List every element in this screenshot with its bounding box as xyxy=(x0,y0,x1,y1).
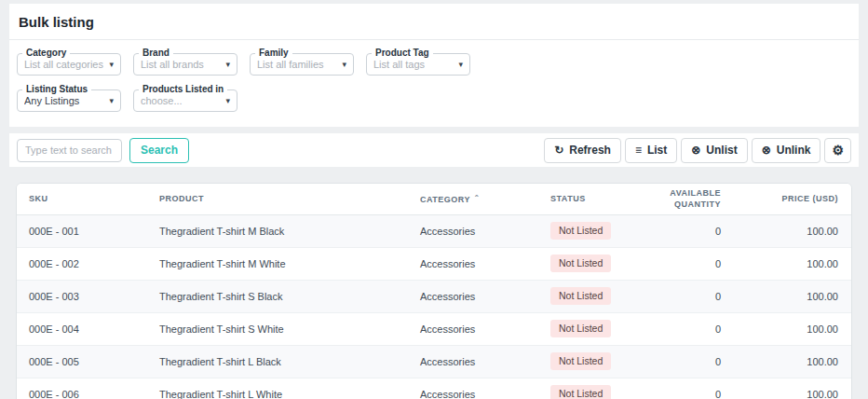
listing-status-filter-label: Listing Status xyxy=(22,84,91,95)
search-button[interactable]: Search xyxy=(129,138,189,163)
category-cell: Accessories xyxy=(408,312,538,345)
listing-status-filter-select[interactable]: Listing Status Any Listings ▾ xyxy=(17,89,121,112)
sku-cell: 000E - 005 xyxy=(17,345,147,378)
products-listed-in-filter-value: choose... xyxy=(141,95,222,106)
status-cell: Not Listed xyxy=(538,312,641,345)
status-cell: Not Listed xyxy=(538,378,641,399)
filters-section: Category List all categories ▾ Brand Lis… xyxy=(9,40,859,127)
list-button-label: List xyxy=(647,144,667,157)
table-row[interactable]: 000E - 005 Thegradient T-shirt L Black A… xyxy=(17,345,851,378)
product-cell: Thegradient T-shirt S Black xyxy=(147,280,408,312)
status-cell: Not Listed xyxy=(538,280,641,312)
status-cell: Not Listed xyxy=(538,214,641,247)
quantity-cell: 0 xyxy=(641,214,734,247)
listing-table: SKU PRODUCT CATEGORYˆ STATUS AVAILABLE Q… xyxy=(17,184,851,399)
page-title: Bulk listing xyxy=(19,14,849,30)
status-cell: Not Listed xyxy=(538,247,641,280)
table-row[interactable]: 000E - 001 Thegradient T-shirt M Black A… xyxy=(17,214,851,247)
family-filter-select[interactable]: Family List all families ▾ xyxy=(250,53,354,76)
filter-row-2: Listing Status Any Listings ▾ Products L… xyxy=(17,89,851,112)
status-badge: Not Listed xyxy=(550,287,611,305)
products-listed-in-filter-select[interactable]: Products Listed in choose... ▾ xyxy=(133,89,237,112)
quantity-cell: 0 xyxy=(641,345,734,378)
refresh-button-label: Refresh xyxy=(569,144,611,157)
quantity-cell: 0 xyxy=(641,378,734,399)
status-badge: Not Listed xyxy=(550,385,611,399)
chevron-down-icon: ▾ xyxy=(225,97,230,105)
column-header-product[interactable]: PRODUCT xyxy=(147,184,408,214)
product-cell: Thegradient T-shirt L Black xyxy=(147,345,408,378)
price-cell: 100.00 xyxy=(734,280,851,312)
chevron-down-icon: ▾ xyxy=(225,61,230,69)
price-cell: 100.00 xyxy=(734,378,851,399)
sku-cell: 000E - 002 xyxy=(17,247,147,280)
quantity-cell: 0 xyxy=(641,312,734,345)
table-row[interactable]: 000E - 004 Thegradient T-shirt S White A… xyxy=(17,312,851,345)
table-row[interactable]: 000E - 002 Thegradient T-shirt M White A… xyxy=(17,247,851,280)
status-badge: Not Listed xyxy=(550,352,611,370)
page-header: Bulk listing xyxy=(9,4,859,40)
column-header-status[interactable]: STATUS xyxy=(538,184,641,214)
status-cell: Not Listed xyxy=(538,345,641,378)
chevron-down-icon: ▾ xyxy=(109,97,114,105)
brand-filter-value: List all brands xyxy=(141,59,222,70)
chevron-down-icon: ▾ xyxy=(109,61,114,69)
category-filter-label: Category xyxy=(22,48,70,59)
circle-x-icon: ⊗ xyxy=(762,144,771,156)
product-tag-filter-value: List all tags xyxy=(373,59,454,70)
listing-table-card: SKU PRODUCT CATEGORYˆ STATUS AVAILABLE Q… xyxy=(16,183,852,399)
family-filter-label: Family xyxy=(255,48,292,59)
sku-cell: 000E - 004 xyxy=(17,312,147,345)
list-icon: ≡ xyxy=(635,144,642,156)
sku-cell: 000E - 001 xyxy=(17,214,147,247)
table-row[interactable]: 000E - 003 Thegradient T-shirt S Black A… xyxy=(17,280,851,312)
category-cell: Accessories xyxy=(408,280,538,312)
chevron-down-icon: ▾ xyxy=(342,61,346,69)
settings-button[interactable]: ⚙ xyxy=(824,138,851,163)
unlist-button[interactable]: ⊗ Unlist xyxy=(681,138,747,163)
filter-row-1: Category List all categories ▾ Brand Lis… xyxy=(17,53,851,76)
search-input[interactable] xyxy=(17,139,122,162)
product-cell: Thegradient T-shirt S White xyxy=(147,312,408,345)
chevron-down-icon: ▾ xyxy=(458,61,463,69)
action-buttons: ↻ Refresh ≡ List ⊗ Unlist ⊗ Unlink ⚙ xyxy=(544,138,851,163)
product-tag-filter-label: Product Tag xyxy=(372,48,433,59)
gear-icon: ⚙ xyxy=(832,144,844,157)
status-badge: Not Listed xyxy=(550,255,611,272)
price-cell: 100.00 xyxy=(734,247,851,280)
category-cell: Accessories xyxy=(408,214,538,247)
unlink-button-label: Unlink xyxy=(777,144,811,157)
refresh-icon: ↻ xyxy=(554,144,563,156)
brand-filter-select[interactable]: Brand List all brands ▾ xyxy=(133,53,237,76)
status-badge: Not Listed xyxy=(550,222,611,240)
category-filter-value: List all categories xyxy=(24,59,105,70)
column-header-category[interactable]: CATEGORYˆ xyxy=(408,184,538,214)
category-cell: Accessories xyxy=(408,247,538,280)
products-listed-in-filter-label: Products Listed in xyxy=(139,84,227,95)
sku-cell: 000E - 006 xyxy=(17,378,147,399)
status-badge: Not Listed xyxy=(550,320,611,337)
category-cell: Accessories xyxy=(408,378,538,399)
unlink-button[interactable]: ⊗ Unlink xyxy=(752,138,821,163)
circle-x-icon: ⊗ xyxy=(691,144,700,156)
category-filter-select[interactable]: Category List all categories ▾ xyxy=(17,53,121,76)
column-header-price[interactable]: PRICE (USD) xyxy=(734,184,851,214)
price-cell: 100.00 xyxy=(734,345,851,378)
column-header-sku[interactable]: SKU xyxy=(17,184,147,214)
brand-filter-label: Brand xyxy=(139,48,173,59)
product-cell: Thegradient T-shirt M White xyxy=(147,247,408,280)
list-button[interactable]: ≡ List xyxy=(625,138,677,163)
table-row[interactable]: 000E - 006 Thegradient T-shirt L White A… xyxy=(17,378,851,399)
price-cell: 100.00 xyxy=(734,312,851,345)
main-panel: Bulk listing Category List all categorie… xyxy=(9,4,859,127)
sku-cell: 000E - 003 xyxy=(17,280,147,312)
table-header-row: SKU PRODUCT CATEGORYˆ STATUS AVAILABLE Q… xyxy=(17,184,851,214)
category-cell: Accessories xyxy=(408,345,538,378)
product-tag-filter-select[interactable]: Product Tag List all tags ▾ xyxy=(366,53,470,76)
refresh-button[interactable]: ↻ Refresh xyxy=(544,138,621,163)
column-header-available-quantity[interactable]: AVAILABLE QUANTITY xyxy=(641,184,734,214)
listing-status-filter-value: Any Listings xyxy=(24,95,105,106)
product-cell: Thegradient T-shirt L White xyxy=(147,378,408,399)
family-filter-value: List all families xyxy=(257,59,338,70)
product-cell: Thegradient T-shirt M Black xyxy=(147,214,408,247)
